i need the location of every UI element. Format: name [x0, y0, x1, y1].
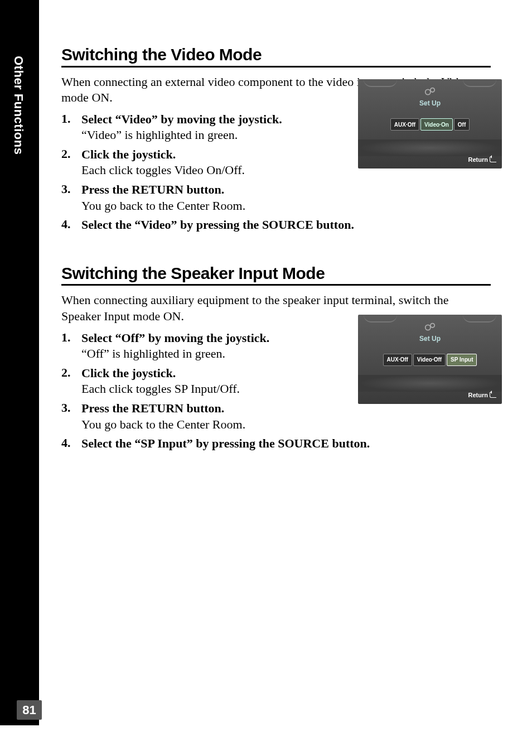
chip-video-on: Video·On — [420, 118, 453, 131]
steps-list: 1. Select “Off” by moving the joystick. … — [61, 330, 335, 452]
step-body: Click the joystick. Each click toggles S… — [81, 365, 335, 397]
return-label: Return — [468, 156, 488, 163]
content-area: Switching the Video Mode When connecting… — [61, 46, 491, 455]
step-4: 4. Select the “Video” by pressing the SO… — [61, 217, 485, 233]
svg-point-2 — [425, 325, 431, 330]
return-label: Return — [468, 392, 488, 398]
svg-point-3 — [431, 324, 434, 328]
chip-video-off: Video·Off — [413, 354, 446, 366]
step-desc: “Video” is highlighted in green. — [81, 127, 335, 143]
section-title: Switching the Speaker Input Mode — [61, 264, 491, 286]
step-number: 1. — [61, 112, 81, 143]
step-head: Press the RETURN button. — [81, 182, 335, 198]
step-number: 2. — [61, 147, 81, 179]
step-body: Click the joystick. Each click toggles V… — [81, 147, 335, 179]
step-desc: You go back to the Center Room. — [81, 417, 335, 433]
chip-off: Off — [454, 118, 470, 131]
step-number: 3. — [61, 182, 81, 214]
step-head: Select the “Video” by pressing the SOURC… — [81, 217, 485, 233]
screenshot-inner: Set Up AUX·Off Video·Off SP Input Return — [358, 315, 502, 404]
step-4: 4. Select the “SP Input” by pressing the… — [61, 436, 485, 452]
gear-icon — [422, 321, 438, 334]
step-2: 2. Click the joystick. Each click toggle… — [61, 147, 335, 179]
step-2: 2. Click the joystick. Each click toggle… — [61, 365, 335, 397]
screenshot-title: Set Up — [358, 335, 502, 343]
sidebar: Other Functions — [0, 0, 39, 725]
steps-list: 1. Select “Video” by moving the joystick… — [61, 112, 335, 233]
section-video-mode: Switching the Video Mode When connecting… — [61, 46, 491, 233]
step-head: Press the RETURN button. — [81, 401, 335, 417]
gear-icon — [422, 86, 438, 98]
screenshot-floor — [358, 375, 502, 392]
sidebar-label: Other Functions — [11, 56, 26, 155]
step-body: Select “Video” by moving the joystick. “… — [81, 112, 335, 143]
step-body: Press the RETURN button. You go back to … — [81, 182, 335, 214]
step-1: 1. Select “Off” by moving the joystick. … — [61, 330, 335, 362]
screenshot-return: Return — [468, 392, 496, 398]
screenshot-inner: Set Up AUX·Off Video·On Off Return — [358, 79, 502, 168]
page-number: 81 — [22, 703, 36, 718]
section-title: Switching the Video Mode — [61, 46, 491, 68]
section-speaker-input-mode: Switching the Speaker Input Mode When co… — [61, 264, 491, 452]
step-number: 2. — [61, 365, 81, 397]
svg-point-0 — [425, 89, 431, 94]
step-head: Click the joystick. — [81, 147, 335, 163]
step-number: 3. — [61, 401, 81, 432]
step-desc: You go back to the Center Room. — [81, 198, 335, 214]
step-number: 4. — [61, 217, 81, 233]
step-body: Press the RETURN button. You go back to … — [81, 401, 335, 432]
chip-aux-off: AUX·Off — [383, 354, 412, 366]
step-3: 3. Press the RETURN button. You go back … — [61, 401, 335, 432]
return-icon — [490, 157, 496, 162]
step-desc: “Off” is highlighted in green. — [81, 346, 335, 362]
screenshot-title: Set Up — [358, 99, 502, 107]
step-desc: Each click toggles SP Input/Off. — [81, 381, 335, 397]
screenshot-chip-row: AUX·Off Video·On Off — [358, 118, 502, 131]
screenshot-chip-row: AUX·Off Video·Off SP Input — [358, 354, 502, 366]
return-icon — [490, 392, 496, 398]
page: Other Functions 81 Switching the Video M… — [0, 0, 532, 756]
chip-aux-off: AUX·Off — [390, 118, 419, 131]
screenshot-setup-spinput: Set Up AUX·Off Video·Off SP Input Return — [358, 315, 502, 404]
step-3: 3. Press the RETURN button. You go back … — [61, 182, 335, 214]
screenshot-return: Return — [468, 156, 496, 163]
step-body: Select the “SP Input” by pressing the SO… — [81, 436, 485, 452]
step-head: Select the “SP Input” by pressing the SO… — [81, 436, 485, 452]
step-body: Select the “Video” by pressing the SOURC… — [81, 217, 485, 233]
screenshot-setup-video: Set Up AUX·Off Video·On Off Return — [358, 79, 502, 168]
page-number-badge: 81 — [17, 700, 42, 720]
step-head: Select “Off” by moving the joystick. — [81, 330, 335, 346]
step-body: Select “Off” by moving the joystick. “Of… — [81, 330, 335, 362]
screenshot-floor — [358, 139, 502, 156]
section-gap — [61, 237, 491, 264]
step-desc: Each click toggles Video On/Off. — [81, 162, 335, 179]
step-1: 1. Select “Video” by moving the joystick… — [61, 112, 335, 143]
svg-point-1 — [431, 88, 434, 92]
chip-sp-input: SP Input — [447, 354, 477, 366]
step-head: Click the joystick. — [81, 365, 335, 382]
step-number: 1. — [61, 330, 81, 362]
step-head: Select “Video” by moving the joystick. — [81, 112, 335, 128]
step-number: 4. — [61, 436, 81, 452]
